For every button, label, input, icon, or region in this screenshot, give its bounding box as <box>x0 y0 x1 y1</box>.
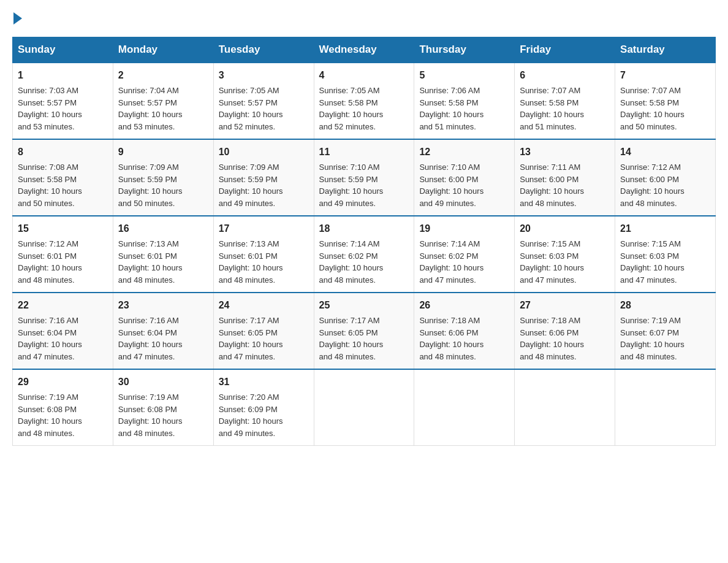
calendar-day-cell: 4Sunrise: 7:05 AMSunset: 5:58 PMDaylight… <box>314 63 414 139</box>
day-info: Sunrise: 7:18 AMSunset: 6:06 PMDaylight:… <box>419 315 509 362</box>
day-info: Sunrise: 7:03 AMSunset: 5:57 PMDaylight:… <box>18 85 108 132</box>
day-info: Sunrise: 7:19 AMSunset: 6:08 PMDaylight:… <box>18 391 108 439</box>
page-header <box>12 12 716 25</box>
calendar-day-cell: 20Sunrise: 7:15 AMSunset: 6:03 PMDayligh… <box>515 216 615 293</box>
day-number: 16 <box>118 221 208 236</box>
day-of-week-header: Sunday <box>13 37 113 63</box>
day-info: Sunrise: 7:07 AMSunset: 5:58 PMDaylight:… <box>620 85 710 132</box>
day-number: 5 <box>419 68 509 83</box>
day-number: 22 <box>18 298 108 313</box>
day-number: 11 <box>319 145 409 159</box>
day-info: Sunrise: 7:17 AMSunset: 6:05 PMDaylight:… <box>219 315 309 362</box>
day-number: 26 <box>419 298 509 313</box>
day-info: Sunrise: 7:12 AMSunset: 6:01 PMDaylight:… <box>18 238 108 286</box>
calendar-table: SundayMondayTuesdayWednesdayThursdayFrid… <box>12 37 716 446</box>
calendar-day-cell: 2Sunrise: 7:04 AMSunset: 5:57 PMDaylight… <box>113 63 213 139</box>
calendar-day-cell: 31Sunrise: 7:20 AMSunset: 6:09 PMDayligh… <box>213 369 314 446</box>
calendar-day-cell: 28Sunrise: 7:19 AMSunset: 6:07 PMDayligh… <box>615 293 716 369</box>
logo-arrow-icon <box>13 12 22 25</box>
calendar-day-cell: 15Sunrise: 7:12 AMSunset: 6:01 PMDayligh… <box>13 216 113 293</box>
day-info: Sunrise: 7:06 AMSunset: 5:58 PMDaylight:… <box>419 85 509 132</box>
calendar-day-cell: 30Sunrise: 7:19 AMSunset: 6:08 PMDayligh… <box>113 369 213 446</box>
day-info: Sunrise: 7:16 AMSunset: 6:04 PMDaylight:… <box>118 315 208 362</box>
day-number: 18 <box>319 221 409 236</box>
day-info: Sunrise: 7:15 AMSunset: 6:03 PMDaylight:… <box>620 238 710 286</box>
day-number: 28 <box>620 298 710 313</box>
calendar-week-row: 29Sunrise: 7:19 AMSunset: 6:08 PMDayligh… <box>13 369 716 446</box>
day-of-week-header: Wednesday <box>314 37 414 63</box>
day-info: Sunrise: 7:08 AMSunset: 5:58 PMDaylight:… <box>18 161 108 209</box>
calendar-day-cell: 27Sunrise: 7:18 AMSunset: 6:06 PMDayligh… <box>515 293 615 369</box>
day-number: 27 <box>520 298 610 313</box>
calendar-day-cell <box>314 369 414 446</box>
calendar-day-cell: 24Sunrise: 7:17 AMSunset: 6:05 PMDayligh… <box>213 293 314 369</box>
calendar-day-cell: 18Sunrise: 7:14 AMSunset: 6:02 PMDayligh… <box>314 216 414 293</box>
calendar-day-cell: 22Sunrise: 7:16 AMSunset: 6:04 PMDayligh… <box>13 293 113 369</box>
day-info: Sunrise: 7:09 AMSunset: 5:59 PMDaylight:… <box>118 161 208 209</box>
calendar-day-cell: 6Sunrise: 7:07 AMSunset: 5:58 PMDaylight… <box>515 63 615 139</box>
day-info: Sunrise: 7:07 AMSunset: 5:58 PMDaylight:… <box>520 85 610 132</box>
day-info: Sunrise: 7:17 AMSunset: 6:05 PMDaylight:… <box>319 315 409 362</box>
day-info: Sunrise: 7:10 AMSunset: 5:59 PMDaylight:… <box>319 161 409 209</box>
day-info: Sunrise: 7:16 AMSunset: 6:04 PMDaylight:… <box>18 315 108 362</box>
day-number: 4 <box>319 68 409 83</box>
day-info: Sunrise: 7:14 AMSunset: 6:02 PMDaylight:… <box>319 238 409 286</box>
calendar-header-row: SundayMondayTuesdayWednesdayThursdayFrid… <box>13 37 716 63</box>
calendar-week-row: 22Sunrise: 7:16 AMSunset: 6:04 PMDayligh… <box>13 293 716 369</box>
day-info: Sunrise: 7:05 AMSunset: 5:57 PMDaylight:… <box>219 85 309 132</box>
day-info: Sunrise: 7:12 AMSunset: 6:00 PMDaylight:… <box>620 161 710 209</box>
day-of-week-header: Thursday <box>414 37 515 63</box>
day-info: Sunrise: 7:11 AMSunset: 6:00 PMDaylight:… <box>520 161 610 209</box>
calendar-day-cell: 8Sunrise: 7:08 AMSunset: 5:58 PMDaylight… <box>13 139 113 216</box>
day-number: 13 <box>520 145 610 159</box>
calendar-day-cell <box>515 369 615 446</box>
day-info: Sunrise: 7:19 AMSunset: 6:08 PMDaylight:… <box>118 391 208 439</box>
day-number: 1 <box>18 68 108 83</box>
calendar-body: 1Sunrise: 7:03 AMSunset: 5:57 PMDaylight… <box>13 63 716 446</box>
calendar-week-row: 8Sunrise: 7:08 AMSunset: 5:58 PMDaylight… <box>13 139 716 216</box>
calendar-day-cell: 12Sunrise: 7:10 AMSunset: 6:00 PMDayligh… <box>414 139 515 216</box>
day-number: 2 <box>118 68 208 83</box>
day-info: Sunrise: 7:14 AMSunset: 6:02 PMDaylight:… <box>419 238 509 286</box>
day-number: 19 <box>419 221 509 236</box>
calendar-day-cell: 13Sunrise: 7:11 AMSunset: 6:00 PMDayligh… <box>515 139 615 216</box>
day-info: Sunrise: 7:10 AMSunset: 6:00 PMDaylight:… <box>419 161 509 209</box>
day-number: 29 <box>18 375 108 389</box>
calendar-day-cell <box>615 369 716 446</box>
day-of-week-header: Tuesday <box>213 37 314 63</box>
day-number: 25 <box>319 298 409 313</box>
day-number: 30 <box>118 375 208 389</box>
day-number: 24 <box>219 298 309 313</box>
day-number: 7 <box>620 68 710 83</box>
calendar-day-cell: 21Sunrise: 7:15 AMSunset: 6:03 PMDayligh… <box>615 216 716 293</box>
day-number: 8 <box>18 145 108 159</box>
day-number: 15 <box>18 221 108 236</box>
day-info: Sunrise: 7:19 AMSunset: 6:07 PMDaylight:… <box>620 315 710 362</box>
calendar-day-cell: 3Sunrise: 7:05 AMSunset: 5:57 PMDaylight… <box>213 63 314 139</box>
day-info: Sunrise: 7:13 AMSunset: 6:01 PMDaylight:… <box>219 238 309 286</box>
day-info: Sunrise: 7:04 AMSunset: 5:57 PMDaylight:… <box>118 85 208 132</box>
calendar-day-cell: 19Sunrise: 7:14 AMSunset: 6:02 PMDayligh… <box>414 216 515 293</box>
day-of-week-header: Monday <box>113 37 213 63</box>
day-number: 9 <box>118 145 208 159</box>
day-number: 6 <box>520 68 610 83</box>
day-number: 23 <box>118 298 208 313</box>
calendar-day-cell: 5Sunrise: 7:06 AMSunset: 5:58 PMDaylight… <box>414 63 515 139</box>
calendar-day-cell: 1Sunrise: 7:03 AMSunset: 5:57 PMDaylight… <box>13 63 113 139</box>
calendar-day-cell: 16Sunrise: 7:13 AMSunset: 6:01 PMDayligh… <box>113 216 213 293</box>
calendar-day-cell: 9Sunrise: 7:09 AMSunset: 5:59 PMDaylight… <box>113 139 213 216</box>
calendar-day-cell: 29Sunrise: 7:19 AMSunset: 6:08 PMDayligh… <box>13 369 113 446</box>
day-number: 10 <box>219 145 309 159</box>
day-info: Sunrise: 7:05 AMSunset: 5:58 PMDaylight:… <box>319 85 409 132</box>
day-number: 3 <box>219 68 309 83</box>
day-info: Sunrise: 7:18 AMSunset: 6:06 PMDaylight:… <box>520 315 610 362</box>
calendar-day-cell: 7Sunrise: 7:07 AMSunset: 5:58 PMDaylight… <box>615 63 716 139</box>
day-number: 17 <box>219 221 309 236</box>
calendar-day-cell: 25Sunrise: 7:17 AMSunset: 6:05 PMDayligh… <box>314 293 414 369</box>
calendar-day-cell: 11Sunrise: 7:10 AMSunset: 5:59 PMDayligh… <box>314 139 414 216</box>
calendar-day-cell: 17Sunrise: 7:13 AMSunset: 6:01 PMDayligh… <box>213 216 314 293</box>
day-of-week-header: Friday <box>515 37 615 63</box>
calendar-day-cell <box>414 369 515 446</box>
logo <box>12 12 23 25</box>
day-info: Sunrise: 7:20 AMSunset: 6:09 PMDaylight:… <box>219 391 309 439</box>
